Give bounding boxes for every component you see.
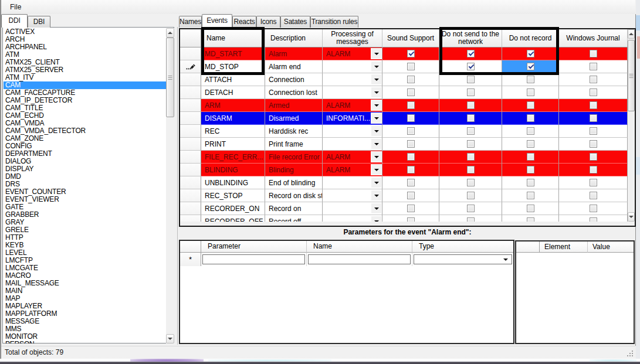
tab-events[interactable]: Events	[202, 14, 232, 28]
do-not-send-checkbox[interactable]	[467, 192, 475, 199]
cell-processing-combobox[interactable]	[323, 125, 382, 138]
row-header[interactable]	[180, 86, 201, 99]
column-header-name[interactable]: Name	[307, 241, 412, 253]
sound-support-checkbox[interactable]	[407, 63, 415, 70]
tab-satates[interactable]: Satates	[280, 16, 310, 28]
cell-do-not-send[interactable]	[439, 202, 502, 215]
cell-windows-journal[interactable]	[559, 60, 628, 73]
windows-journal-checkbox[interactable]	[590, 217, 597, 222]
cell-do-not-record[interactable]	[502, 176, 559, 189]
cell-processing-combobox[interactable]	[323, 73, 382, 86]
combobox-dropdown-button[interactable]	[371, 126, 381, 136]
combobox-dropdown-button[interactable]	[371, 203, 381, 213]
cell-name[interactable]: REC_STOP	[201, 189, 265, 202]
sound-support-checkbox[interactable]	[407, 217, 415, 222]
windows-journal-checkbox[interactable]	[590, 50, 597, 57]
cell-description[interactable]: End of blinding	[265, 176, 323, 189]
do-not-record-checkbox[interactable]	[527, 153, 534, 161]
windows-journal-checkbox[interactable]	[590, 127, 597, 135]
cell-sound-support[interactable]	[382, 99, 439, 112]
cell-do-not-record[interactable]	[502, 112, 559, 125]
cell-do-not-record[interactable]	[502, 151, 559, 164]
sound-support-checkbox[interactable]	[407, 101, 415, 109]
row-header[interactable]	[180, 60, 201, 73]
cell-name[interactable]: RECORDER_OFF	[201, 215, 265, 222]
cell-do-not-record[interactable]	[502, 125, 559, 138]
cell-do-not-record[interactable]	[502, 189, 559, 202]
cell-sound-support[interactable]	[382, 202, 439, 215]
tab-dbi[interactable]: DBI	[28, 16, 50, 28]
cell-do-not-record[interactable]	[502, 73, 559, 86]
cell-do-not-send[interactable]	[439, 215, 502, 222]
row-header[interactable]	[180, 151, 201, 164]
list-item-event_viewer[interactable]: EVENT_VIEWER	[4, 196, 166, 203]
cell-name[interactable]: ARM	[201, 99, 265, 112]
do-not-send-checkbox[interactable]	[467, 101, 475, 109]
sound-support-checkbox[interactable]	[407, 192, 415, 199]
windows-journal-checkbox[interactable]	[590, 114, 597, 122]
cell-do-not-send[interactable]	[439, 189, 502, 202]
scroll-down-button[interactable]	[166, 334, 174, 343]
sound-support-checkbox[interactable]	[407, 179, 415, 186]
cell-do-not-send[interactable]	[439, 176, 502, 189]
list-item-mail_message[interactable]: MAIL_MESSAGE	[4, 280, 166, 287]
cell-do-not-send[interactable]	[439, 151, 502, 164]
windows-journal-checkbox[interactable]	[590, 63, 597, 70]
list-item-message[interactable]: MESSAGE	[4, 318, 166, 325]
windows-journal-checkbox[interactable]	[590, 192, 597, 199]
list-item-activex[interactable]: ACTIVEX	[4, 28, 166, 36]
cell-do-not-send[interactable]	[439, 86, 502, 99]
row-header[interactable]	[180, 189, 201, 202]
combobox-dropdown-button[interactable]	[371, 87, 381, 97]
combobox-dropdown-button[interactable]	[371, 165, 381, 175]
cell-name[interactable]: PRINT	[201, 138, 265, 151]
tab-icons[interactable]: Icons	[256, 16, 280, 28]
sound-support-checkbox[interactable]	[407, 166, 415, 174]
cell-description[interactable]: Blinding	[265, 164, 323, 176]
scroll-up-button[interactable]	[166, 28, 174, 38]
do-not-send-checkbox[interactable]	[467, 166, 475, 174]
cell-name[interactable]: BLINDING	[201, 164, 265, 176]
cell-processing-combobox[interactable]	[323, 189, 382, 202]
do-not-send-checkbox[interactable]	[467, 153, 475, 161]
cell-do-not-send[interactable]	[439, 125, 502, 138]
cell-description[interactable]: Connection lost	[265, 86, 323, 99]
list-item-keyb[interactable]: KEYB	[4, 241, 166, 249]
dropdown-arrow-icon[interactable]	[503, 258, 508, 261]
row-header[interactable]	[180, 73, 201, 86]
cell-do-not-send[interactable]	[439, 138, 502, 151]
cell-processing-combobox[interactable]: ALARM	[323, 99, 382, 112]
windows-journal-checkbox[interactable]	[590, 179, 597, 186]
cell-windows-journal[interactable]	[559, 47, 628, 60]
windows-journal-checkbox[interactable]	[590, 101, 597, 109]
cell-name[interactable]: DISARM	[201, 112, 265, 125]
cell-sound-support[interactable]	[382, 176, 439, 189]
do-not-record-checkbox[interactable]	[527, 217, 534, 222]
cell-windows-journal[interactable]	[559, 99, 628, 112]
cell-sound-support[interactable]	[382, 112, 439, 125]
grid-column-header-processing-of-messages[interactable]: Processing of messages	[323, 29, 382, 47]
sound-support-checkbox[interactable]	[407, 76, 415, 83]
cell-windows-journal[interactable]	[559, 202, 628, 215]
name-input[interactable]	[308, 254, 411, 264]
cell-description[interactable]: File record Error	[265, 151, 323, 164]
cell-do-not-record[interactable]	[502, 138, 559, 151]
cell-windows-journal[interactable]	[559, 215, 628, 222]
cell-processing-combobox[interactable]	[323, 60, 382, 73]
cell-name[interactable]: RECORDER_ON	[201, 202, 265, 215]
cell-processing-combobox[interactable]: ALARM	[323, 151, 382, 164]
cell-description[interactable]: Alarm	[265, 47, 323, 60]
cell-windows-journal[interactable]	[559, 112, 628, 125]
do-not-record-checkbox[interactable]	[527, 89, 534, 96]
do-not-record-checkbox[interactable]	[527, 179, 534, 186]
do-not-record-checkbox[interactable]	[527, 101, 534, 109]
cell-sound-support[interactable]	[382, 164, 439, 176]
cell-processing-combobox[interactable]: ALARM	[323, 164, 382, 176]
combobox-dropdown-button[interactable]	[371, 113, 381, 123]
row-header[interactable]	[180, 202, 201, 215]
do-not-record-checkbox[interactable]	[527, 205, 534, 212]
cell-do-not-record[interactable]	[502, 99, 559, 112]
do-not-record-checkbox[interactable]	[527, 114, 534, 122]
scroll-thumb[interactable]	[166, 38, 174, 117]
column-header-element[interactable]: Element	[540, 241, 588, 253]
